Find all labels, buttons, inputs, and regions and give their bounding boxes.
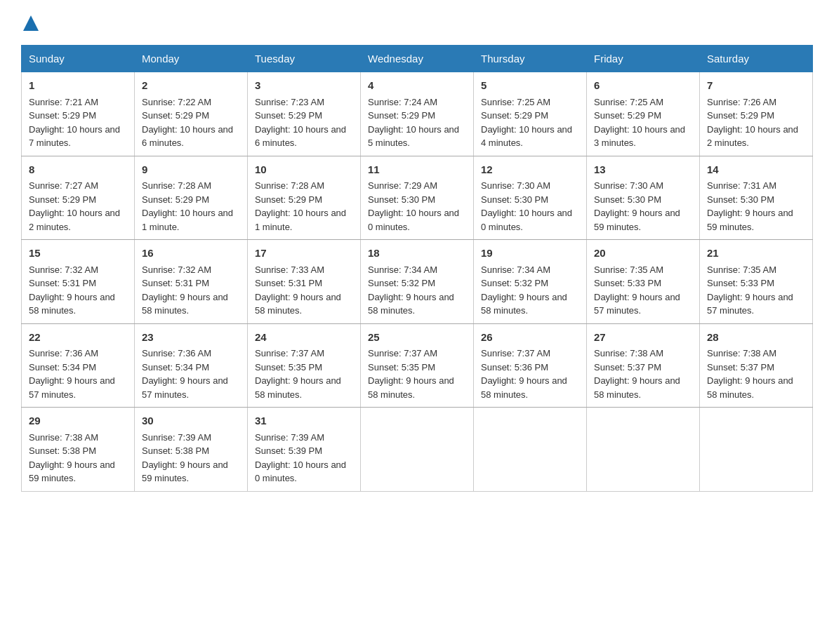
day-number: 23 (142, 330, 240, 346)
day-number: 3 (255, 78, 353, 94)
calendar-cell: 2Sunrise: 7:22 AMSunset: 5:29 PMDaylight… (135, 72, 248, 156)
daylight-text: Daylight: 9 hours and 58 minutes. (481, 375, 567, 400)
sunset-text: Sunset: 5:37 PM (594, 362, 661, 373)
daylight-text: Daylight: 9 hours and 59 minutes. (29, 459, 115, 484)
sunset-text: Sunset: 5:33 PM (707, 278, 774, 288)
sunset-text: Sunset: 5:39 PM (255, 445, 322, 456)
sunrise-text: Sunrise: 7:23 AM (255, 97, 324, 107)
calendar-cell: 6Sunrise: 7:25 AMSunset: 5:29 PMDaylight… (587, 72, 700, 156)
daylight-text: Daylight: 10 hours and 0 minutes. (481, 208, 572, 232)
sunrise-text: Sunrise: 7:34 AM (368, 264, 437, 275)
sunrise-text: Sunrise: 7:36 AM (142, 348, 211, 358)
sunset-text: Sunset: 5:29 PM (255, 110, 322, 121)
calendar-cell: 28Sunrise: 7:38 AMSunset: 5:37 PMDayligh… (700, 323, 813, 408)
sunrise-text: Sunrise: 7:24 AM (368, 97, 437, 107)
daylight-text: Daylight: 9 hours and 57 minutes. (594, 292, 680, 316)
sunset-text: Sunset: 5:31 PM (29, 278, 96, 288)
daylight-text: Daylight: 9 hours and 58 minutes. (368, 375, 454, 400)
sunrise-text: Sunrise: 7:30 AM (594, 180, 663, 191)
daylight-text: Daylight: 10 hours and 7 minutes. (29, 124, 120, 149)
sunrise-text: Sunrise: 7:28 AM (142, 180, 211, 191)
day-number: 15 (29, 246, 127, 262)
calendar-cell (361, 408, 474, 492)
day-number: 28 (707, 330, 805, 346)
day-number: 13 (594, 162, 692, 178)
sunrise-text: Sunrise: 7:38 AM (594, 348, 663, 358)
calendar-cell: 23Sunrise: 7:36 AMSunset: 5:34 PMDayligh… (135, 323, 248, 408)
daylight-text: Daylight: 10 hours and 1 minute. (142, 208, 233, 232)
sunrise-text: Sunrise: 7:28 AM (255, 180, 324, 191)
sunrise-text: Sunrise: 7:29 AM (368, 180, 437, 191)
day-number: 2 (142, 78, 240, 94)
day-header-thursday: Thursday (474, 46, 587, 72)
day-number: 4 (368, 78, 466, 94)
calendar-cell: 11Sunrise: 7:29 AMSunset: 5:30 PMDayligh… (361, 156, 474, 240)
week-row-4: 22Sunrise: 7:36 AMSunset: 5:34 PMDayligh… (22, 323, 813, 408)
daylight-text: Daylight: 10 hours and 0 minutes. (368, 208, 459, 232)
day-number: 21 (707, 246, 805, 262)
daylight-text: Daylight: 9 hours and 57 minutes. (142, 375, 228, 400)
sunrise-text: Sunrise: 7:30 AM (481, 180, 550, 191)
sunset-text: Sunset: 5:32 PM (481, 278, 548, 288)
sunset-text: Sunset: 5:37 PM (707, 362, 774, 373)
daylight-text: Daylight: 9 hours and 58 minutes. (594, 375, 680, 400)
calendar-cell: 13Sunrise: 7:30 AMSunset: 5:30 PMDayligh… (587, 156, 700, 240)
sunset-text: Sunset: 5:34 PM (29, 362, 96, 373)
daylight-text: Daylight: 9 hours and 58 minutes. (142, 292, 228, 316)
sunset-text: Sunset: 5:34 PM (142, 362, 209, 373)
day-header-sunday: Sunday (22, 46, 135, 72)
sunrise-text: Sunrise: 7:36 AM (29, 348, 98, 358)
calendar-cell: 20Sunrise: 7:35 AMSunset: 5:33 PMDayligh… (587, 240, 700, 324)
calendar-cell: 10Sunrise: 7:28 AMSunset: 5:29 PMDayligh… (248, 156, 361, 240)
day-header-friday: Friday (587, 46, 700, 72)
day-number: 9 (142, 162, 240, 178)
sunrise-text: Sunrise: 7:37 AM (481, 348, 550, 358)
calendar-cell: 9Sunrise: 7:28 AMSunset: 5:29 PMDaylight… (135, 156, 248, 240)
sunrise-text: Sunrise: 7:21 AM (29, 97, 98, 107)
day-number: 6 (594, 78, 692, 94)
calendar-cell (700, 408, 813, 492)
daylight-text: Daylight: 9 hours and 59 minutes. (707, 208, 793, 232)
logo-triangle-icon (23, 15, 39, 31)
day-number: 31 (255, 413, 353, 429)
calendar-cell: 16Sunrise: 7:32 AMSunset: 5:31 PMDayligh… (135, 240, 248, 324)
calendar-cell: 15Sunrise: 7:32 AMSunset: 5:31 PMDayligh… (22, 240, 135, 324)
calendar-cell: 30Sunrise: 7:39 AMSunset: 5:38 PMDayligh… (135, 408, 248, 492)
day-header-monday: Monday (135, 46, 248, 72)
calendar-cell (474, 408, 587, 492)
calendar-cell: 26Sunrise: 7:37 AMSunset: 5:36 PMDayligh… (474, 323, 587, 408)
sunset-text: Sunset: 5:32 PM (368, 278, 435, 288)
sunset-text: Sunset: 5:35 PM (368, 362, 435, 373)
sunrise-text: Sunrise: 7:39 AM (142, 432, 211, 443)
day-number: 19 (481, 246, 579, 262)
day-number: 5 (481, 78, 579, 94)
daylight-text: Daylight: 9 hours and 58 minutes. (255, 292, 341, 316)
daylight-text: Daylight: 10 hours and 0 minutes. (255, 459, 346, 484)
calendar-cell: 24Sunrise: 7:37 AMSunset: 5:35 PMDayligh… (248, 323, 361, 408)
daylight-text: Daylight: 10 hours and 1 minute. (255, 208, 346, 232)
sunset-text: Sunset: 5:29 PM (594, 110, 661, 121)
day-number: 29 (29, 413, 127, 429)
week-row-5: 29Sunrise: 7:38 AMSunset: 5:38 PMDayligh… (22, 408, 813, 492)
svg-marker-0 (23, 15, 39, 31)
sunset-text: Sunset: 5:29 PM (255, 194, 322, 205)
sunrise-text: Sunrise: 7:38 AM (29, 432, 98, 443)
daylight-text: Daylight: 9 hours and 57 minutes. (29, 375, 115, 400)
daylight-text: Daylight: 10 hours and 5 minutes. (368, 124, 459, 149)
daylight-text: Daylight: 9 hours and 58 minutes. (481, 292, 567, 316)
sunset-text: Sunset: 5:38 PM (142, 445, 209, 456)
day-number: 10 (255, 162, 353, 178)
day-number: 20 (594, 246, 692, 262)
calendar-cell (587, 408, 700, 492)
day-number: 25 (368, 330, 466, 346)
sunset-text: Sunset: 5:29 PM (707, 110, 774, 121)
calendar-cell: 17Sunrise: 7:33 AMSunset: 5:31 PMDayligh… (248, 240, 361, 324)
daylight-text: Daylight: 9 hours and 58 minutes. (368, 292, 454, 316)
calendar-cell: 29Sunrise: 7:38 AMSunset: 5:38 PMDayligh… (22, 408, 135, 492)
sunrise-text: Sunrise: 7:33 AM (255, 264, 324, 275)
day-number: 12 (481, 162, 579, 178)
daylight-text: Daylight: 10 hours and 3 minutes. (594, 124, 685, 149)
calendar-cell: 14Sunrise: 7:31 AMSunset: 5:30 PMDayligh… (700, 156, 813, 240)
daylight-text: Daylight: 9 hours and 58 minutes. (255, 375, 341, 400)
daylight-text: Daylight: 10 hours and 2 minutes. (29, 208, 120, 232)
